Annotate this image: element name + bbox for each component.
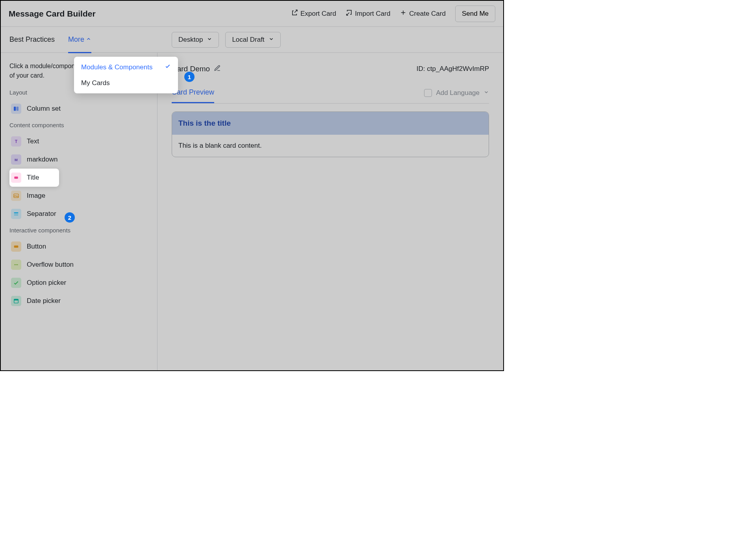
component-label: Title [27, 174, 39, 182]
components-sidebar: Click a module/component to add it to th… [1, 53, 158, 370]
component-label: Option picker [27, 279, 66, 287]
svg-rect-4 [14, 176, 18, 178]
component-label: Button [27, 243, 46, 251]
export-label: Export Card [300, 10, 336, 18]
image-icon [11, 191, 21, 201]
component-label: Image [27, 192, 45, 200]
import-card-button[interactable]: Import Card [346, 9, 391, 18]
chevron-up-icon [86, 35, 91, 44]
tab-best-practices[interactable]: Best Practices [9, 27, 55, 53]
device-selector[interactable]: Desktop [172, 32, 219, 48]
more-dropdown-menu: Modules & Components My Cards [74, 57, 178, 93]
svg-point-10 [16, 264, 17, 266]
overflow-icon [11, 260, 21, 270]
date-picker-icon [11, 296, 21, 306]
header-actions: Export Card Import Card Create Card Send… [291, 6, 495, 22]
create-card-button[interactable]: Create Card [400, 9, 446, 18]
add-language-control[interactable]: Add Language [424, 89, 489, 97]
component-overflow-button[interactable]: Overflow button [9, 256, 148, 274]
component-separator[interactable]: Separator [9, 205, 148, 223]
step-badge-2: 2 [65, 212, 75, 223]
card-preview-body[interactable]: This is a blank card content. [172, 135, 489, 157]
svg-text:T: T [15, 139, 18, 144]
section-interactive-title: Interactive components [9, 227, 148, 234]
svg-rect-7 [14, 214, 19, 215]
section-content-title: Content components [9, 122, 148, 128]
markdown-icon: M [11, 154, 21, 165]
card-preview-header[interactable]: This is the title [172, 112, 489, 135]
option-picker-icon [11, 278, 21, 288]
card-preview-title: This is the title [178, 119, 482, 128]
chevron-down-icon [207, 36, 212, 44]
svg-rect-8 [14, 245, 19, 247]
separator-icon [11, 209, 21, 219]
create-label: Create Card [409, 10, 446, 18]
add-language-label: Add Language [436, 89, 480, 97]
component-label: Date picker [27, 297, 61, 305]
main-panel: Card Demo ID: ctp_AAgHf2WvImRP Card Prev… [158, 53, 503, 370]
content-area: Click a module/component to add it to th… [1, 53, 503, 370]
import-label: Import Card [355, 10, 391, 18]
tab-card-preview[interactable]: Card Preview [172, 83, 214, 103]
check-icon [165, 63, 171, 71]
export-card-button[interactable]: Export Card [291, 9, 336, 18]
draft-label: Local Draft [232, 36, 264, 44]
card-preview: This is the title This is a blank card c… [172, 111, 489, 157]
add-language-checkbox[interactable] [424, 89, 432, 97]
component-label: Text [27, 137, 39, 145]
text-icon: T [11, 136, 21, 147]
tabs-bar: Best Practices More Desktop Local Draft [1, 27, 503, 53]
menu-item-modules-components[interactable]: Modules & Components [76, 59, 176, 75]
svg-rect-6 [14, 212, 19, 214]
svg-text:M: M [15, 158, 18, 162]
export-icon [291, 9, 298, 18]
app-header: Message Card Builder Export Card Import … [1, 1, 503, 27]
preview-controls: Desktop Local Draft [158, 27, 503, 52]
component-markdown[interactable]: M markdown [9, 150, 148, 169]
edit-icon[interactable] [214, 65, 221, 73]
draft-selector[interactable]: Local Draft [225, 32, 280, 48]
card-id: ID: ctp_AAgHf2WvImRP [417, 65, 489, 73]
svg-rect-13 [14, 299, 19, 300]
svg-rect-0 [14, 107, 16, 111]
component-option-picker[interactable]: Option picker [9, 274, 148, 292]
chevron-down-icon [484, 89, 489, 97]
menu-item-my-cards[interactable]: My Cards [76, 75, 176, 91]
chevron-down-icon [269, 36, 274, 44]
card-meta-row: Card Demo ID: ctp_AAgHf2WvImRP [172, 65, 489, 73]
title-icon [11, 173, 21, 183]
step-badge-1: 1 [184, 72, 195, 82]
menu-item-label: Modules & Components [81, 63, 152, 71]
component-button[interactable]: Button [9, 238, 148, 256]
component-column-set[interactable]: Column set [9, 100, 148, 118]
send-me-button[interactable]: Send Me [455, 6, 495, 22]
component-label: markdown [27, 156, 57, 163]
component-text[interactable]: T Text [9, 132, 148, 150]
component-title[interactable]: Title [9, 169, 59, 187]
preview-header: Card Preview Add Language [172, 83, 489, 104]
component-label: Overflow button [27, 261, 74, 269]
sidebar-tabs: Best Practices More [1, 27, 158, 52]
column-set-icon [11, 104, 21, 114]
component-date-picker[interactable]: Date picker [9, 292, 148, 310]
svg-point-11 [17, 264, 18, 266]
tab-more-label: More [68, 35, 84, 44]
card-title-wrap: Card Demo [172, 65, 221, 73]
import-icon [346, 9, 353, 18]
svg-point-9 [14, 264, 15, 266]
app-title: Message Card Builder [9, 9, 96, 19]
menu-item-label: My Cards [81, 79, 110, 87]
component-label: Separator [27, 210, 56, 218]
component-image[interactable]: Image [9, 187, 148, 205]
plus-icon [400, 9, 407, 18]
component-label: Column set [27, 105, 61, 113]
tab-more[interactable]: More [68, 27, 91, 53]
svg-rect-1 [17, 107, 19, 111]
device-label: Desktop [178, 36, 203, 44]
button-icon [11, 241, 21, 252]
